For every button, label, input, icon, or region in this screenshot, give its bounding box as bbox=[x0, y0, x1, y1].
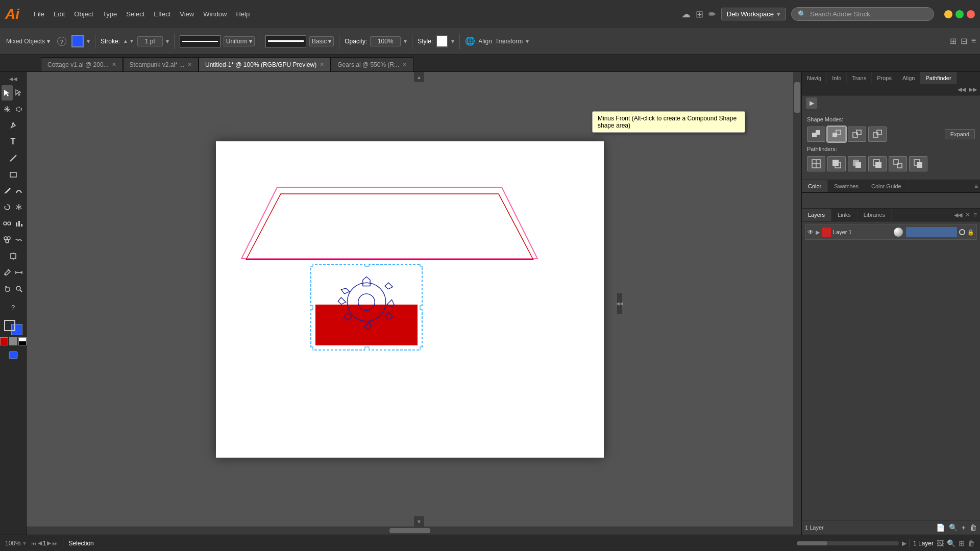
pen-sync-icon[interactable]: ✏ bbox=[708, 9, 716, 20]
menu-file[interactable]: File bbox=[34, 10, 44, 18]
panel-expand-icon[interactable]: ▶▶ bbox=[969, 86, 977, 93]
play-button[interactable]: ▶ bbox=[806, 97, 817, 109]
trash-status-icon[interactable]: 🗑 bbox=[968, 539, 975, 547]
unite-button[interactable] bbox=[807, 127, 825, 142]
style-color[interactable] bbox=[436, 35, 448, 47]
tab-untitled[interactable]: Untitled-1* @ 100% (RGB/GPU Preview) ✕ bbox=[199, 57, 331, 71]
page-next-icon[interactable]: ▶ bbox=[47, 540, 51, 546]
swap-icon[interactable] bbox=[6, 348, 20, 362]
tool-selection[interactable] bbox=[2, 85, 13, 101]
panel-tab-info[interactable]: Info bbox=[827, 72, 847, 84]
page-last-icon[interactable]: ⏭ bbox=[52, 540, 58, 546]
layer-lock-icon[interactable]: 🔒 bbox=[967, 229, 974, 236]
tool-artboard[interactable] bbox=[4, 248, 22, 264]
align-label[interactable]: Align bbox=[478, 38, 492, 45]
arrange-icon[interactable]: ⊞ bbox=[696, 9, 703, 20]
scrollbar-thumb-h[interactable] bbox=[389, 528, 430, 533]
opacity-dropdown-icon[interactable]: ▾ bbox=[404, 38, 407, 45]
tab-close-untitled[interactable]: ✕ bbox=[320, 61, 324, 68]
menu-effect[interactable]: Effect bbox=[154, 10, 170, 18]
layer-visibility-icon[interactable]: 👁 bbox=[807, 229, 814, 236]
vertical-scrollbar[interactable] bbox=[793, 72, 801, 535]
tool-eyedropper[interactable] bbox=[2, 265, 13, 280]
menu-window[interactable]: Window bbox=[203, 10, 227, 18]
doc-type-selector[interactable]: Mixed Objects ▾ bbox=[4, 37, 52, 46]
status-scroll-right-icon[interactable]: ▶ bbox=[902, 540, 906, 547]
tool-direct-selection[interactable] bbox=[13, 85, 24, 101]
panel-tab-align[interactable]: Align bbox=[897, 72, 920, 84]
layers-panel-menu-icon[interactable]: ≡ bbox=[973, 211, 977, 218]
maximize-button[interactable] bbox=[955, 10, 964, 18]
search-stock[interactable]: 🔍 Search Adobe Stock bbox=[791, 7, 934, 21]
tool-blend[interactable] bbox=[2, 216, 13, 231]
cloud-icon[interactable]: ☁ bbox=[681, 9, 691, 20]
transform-more-icon[interactable]: ▾ bbox=[526, 38, 529, 45]
stroke-up-arrow[interactable]: ▲ bbox=[123, 38, 128, 44]
page-number[interactable]: 1 bbox=[43, 540, 46, 547]
tool-symbols[interactable] bbox=[2, 232, 13, 247]
tool-rotate[interactable] bbox=[2, 199, 13, 215]
zoom-dropdown-icon[interactable]: ▾ bbox=[23, 540, 26, 547]
menu-object[interactable]: Object bbox=[74, 10, 93, 18]
tool-wrinkle[interactable] bbox=[13, 232, 24, 247]
stroke-dropdown-icon[interactable]: ▾ bbox=[166, 38, 169, 45]
tool-measure[interactable] bbox=[13, 265, 24, 280]
merge-button[interactable] bbox=[848, 156, 866, 171]
tab-close-cottage[interactable]: ✕ bbox=[112, 61, 116, 68]
menu-help[interactable]: Help bbox=[236, 10, 250, 18]
scroll-up-button[interactable]: ▲ bbox=[414, 72, 424, 82]
minimize-button[interactable] bbox=[944, 10, 952, 18]
trim-button[interactable] bbox=[827, 156, 846, 171]
layer-target-icon[interactable] bbox=[959, 229, 965, 235]
libraries-tab[interactable]: Libraries bbox=[857, 209, 892, 221]
panel-tab-navig[interactable]: Navig bbox=[802, 72, 827, 84]
tool-rect[interactable] bbox=[4, 167, 22, 182]
layer-row[interactable]: 👁 ▶ Layer 1 🔒 bbox=[805, 224, 977, 240]
uniform-selector[interactable]: Uniform ▾ bbox=[224, 36, 255, 46]
scroll-down-button[interactable]: ▼ bbox=[414, 516, 424, 527]
panel-collapse-top[interactable]: ◀◀ bbox=[4, 75, 22, 82]
panel-tab-props[interactable]: Props bbox=[872, 72, 897, 84]
links-tab[interactable]: Links bbox=[831, 209, 857, 221]
layers-panel-collapse-icon[interactable]: ◀◀ bbox=[954, 212, 962, 218]
stroke-down-arrow[interactable]: ▼ bbox=[129, 38, 134, 44]
menu-type[interactable]: Type bbox=[103, 10, 117, 18]
align-right-icon[interactable]: ⊟ bbox=[961, 36, 967, 46]
tool-pencil[interactable] bbox=[2, 183, 13, 198]
tool-reflect[interactable] bbox=[13, 199, 24, 215]
fill-color-box[interactable] bbox=[71, 35, 84, 47]
add-artboard-status-icon[interactable]: 🖼 bbox=[937, 539, 944, 547]
tab-close-steampunk[interactable]: ✕ bbox=[187, 61, 192, 68]
menu-view[interactable]: View bbox=[180, 10, 194, 18]
tool-pen[interactable] bbox=[4, 118, 22, 133]
color-gray-swatch[interactable] bbox=[9, 337, 17, 345]
panel-collapse-handle[interactable]: ◀◀ bbox=[617, 293, 622, 314]
page-first-icon[interactable]: ⏮ bbox=[31, 540, 37, 546]
stroke-value[interactable]: 1 pt bbox=[137, 36, 163, 46]
add-artboard-icon[interactable]: 📄 bbox=[936, 523, 945, 532]
arrange-status-icon[interactable]: ⊞ bbox=[959, 539, 965, 547]
basic-selector[interactable]: Basic ▾ bbox=[309, 36, 334, 46]
intersect-button[interactable] bbox=[848, 127, 866, 142]
opacity-value[interactable]: 100% bbox=[370, 36, 401, 46]
panel-tab-pathfinder[interactable]: Pathfinder bbox=[920, 72, 957, 84]
swatches-tab[interactable]: Swatches bbox=[828, 180, 865, 192]
color-red-swatch[interactable] bbox=[0, 337, 8, 345]
tool-zoom[interactable] bbox=[13, 281, 24, 296]
tab-close-gears[interactable]: ✕ bbox=[402, 61, 407, 68]
expand-button[interactable]: Expand bbox=[945, 129, 975, 139]
tool-column-graph[interactable] bbox=[13, 216, 24, 231]
scroll-progress-bar[interactable] bbox=[797, 541, 899, 545]
outline-button[interactable] bbox=[889, 156, 907, 171]
horizontal-scrollbar[interactable] bbox=[27, 527, 793, 535]
scrollbar-thumb-v[interactable] bbox=[794, 82, 800, 113]
divide-button[interactable] bbox=[807, 156, 825, 171]
add-layer-icon[interactable]: + bbox=[962, 523, 966, 532]
color-panel-menu-icon[interactable]: ≡ bbox=[972, 181, 980, 192]
color-tab[interactable]: Color bbox=[802, 180, 828, 192]
help-button[interactable]: ? bbox=[55, 36, 68, 47]
tool-help[interactable]: ? bbox=[4, 299, 22, 315]
tool-hand[interactable] bbox=[2, 281, 13, 296]
tool-type[interactable]: T bbox=[4, 134, 22, 149]
exclude-button[interactable] bbox=[868, 127, 887, 142]
